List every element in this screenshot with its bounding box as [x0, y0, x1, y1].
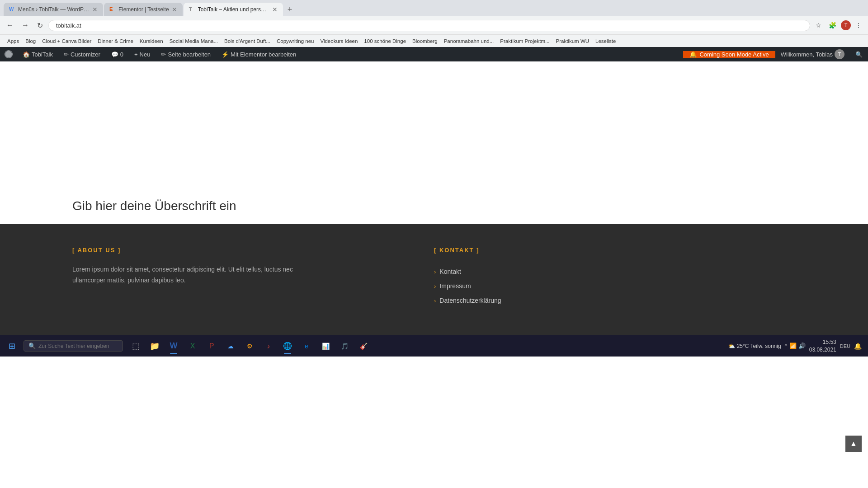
forward-button[interactable]: →	[19, 19, 32, 31]
new-icon: +	[134, 51, 138, 58]
dinner-label: Dinner & Crime	[98, 38, 133, 44]
search-icon: 🔍	[855, 51, 863, 58]
bookmark-social[interactable]: Social Media Mana...	[167, 38, 221, 45]
edge-icon: e	[305, 343, 308, 350]
blog-label: Blog	[25, 38, 36, 44]
profile-button[interactable]: T	[841, 20, 851, 30]
new-label: Neu	[140, 51, 151, 58]
bookmark-praktikum2[interactable]: Praktikum WU	[553, 38, 592, 45]
taskbar-app-app7[interactable]: ♪	[259, 337, 278, 355]
footer-link-impressum[interactable]: Impressum	[439, 282, 471, 290]
footer-nav-item-impressum[interactable]: › Impressum	[434, 279, 796, 293]
taskbar-search-box[interactable]: 🔍	[24, 340, 123, 352]
adminbar-new[interactable]: + Neu	[129, 47, 156, 61]
arrow-icon-datenschutz: ›	[434, 297, 436, 304]
adminbar-edit-page[interactable]: ✏ Seite bearbeiten	[156, 47, 216, 61]
praktikum2-label: Praktikum WU	[556, 38, 589, 44]
file-explorer-icon: 📁	[150, 341, 160, 351]
app10-icon: 🎵	[341, 343, 349, 350]
bookmark-kursideen[interactable]: Kursideen	[137, 38, 166, 45]
footer-nav-item-datenschutz[interactable]: › Datenschutzerklärung	[434, 293, 796, 308]
bookmark-panorama[interactable]: Panoramabahn und...	[441, 38, 497, 45]
browser-chrome: W Menüs › TobiTalk — WordPress ✕ E Eleme…	[0, 0, 868, 47]
tab-1-label: Menüs › TobiTalk — WordPress	[18, 6, 90, 13]
bookmark-cloud[interactable]: Cloud + Canva Bilder	[39, 38, 94, 45]
copywriting-label: Copywriting neu	[277, 38, 314, 44]
volume-icon[interactable]: 🔊	[798, 343, 806, 349]
network-icon[interactable]: 📶	[789, 343, 797, 349]
menu-button[interactable]: ⋮	[853, 20, 864, 31]
footer-about-col: [ ABOUT US ] Lorem ipsum dolor sit amet,…	[72, 247, 434, 308]
site-footer: [ ABOUT US ] Lorem ipsum dolor sit amet,…	[0, 224, 868, 335]
taskbar-app-chrome[interactable]: 🌐	[278, 337, 297, 355]
arrow-icon-kontakt: ›	[434, 268, 436, 275]
tab-3-close[interactable]: ✕	[272, 6, 278, 13]
arrow-icon-impressum: ›	[434, 283, 436, 290]
bookmark-star-button[interactable]: ☆	[813, 20, 824, 31]
taskview-icon: ⬚	[132, 341, 140, 351]
adminbar-comments[interactable]: 💬 0	[106, 47, 129, 61]
edit-page-label: Seite bearbeiten	[168, 51, 211, 58]
tab-1-close[interactable]: ✕	[92, 6, 98, 13]
videokurs-label: Videokurs Ideen	[320, 38, 358, 44]
footer-link-datenschutz[interactable]: Datenschutzerklärung	[439, 297, 501, 304]
windows-logo-icon: ⊞	[9, 341, 15, 351]
taskbar-app-app11[interactable]: 🎸	[354, 337, 373, 355]
taskbar-app-powerpoint[interactable]: P	[203, 337, 221, 355]
coming-soon-icon: 🔔	[689, 51, 697, 58]
taskbar-clock[interactable]: 15:53 03.08.2021	[809, 338, 836, 354]
bookmark-100dinge[interactable]: 100 schöne Dinge	[361, 38, 409, 45]
tab-2-close[interactable]: ✕	[172, 6, 177, 13]
tray-up-icon[interactable]: ^	[785, 343, 788, 349]
taskbar-search-icon: 🔍	[28, 343, 36, 349]
footer-about-text: Lorem ipsum dolor sit amet, consectetur …	[72, 264, 316, 286]
adminbar-search-button[interactable]: 🔍	[850, 51, 868, 58]
new-tab-button[interactable]: +	[284, 3, 296, 16]
word-icon: W	[170, 341, 178, 351]
bookmark-dinner[interactable]: Dinner & Crime	[95, 38, 136, 45]
bookmark-bloomberg[interactable]: Bloomberg	[410, 38, 440, 45]
taskbar-search-input[interactable]	[38, 343, 118, 349]
adminbar-customizer[interactable]: ✏ Customizer	[58, 47, 106, 61]
customizer-label: Customizer	[71, 51, 100, 58]
taskbar-app-app9[interactable]: 📊	[316, 337, 335, 355]
notification-icon[interactable]: 🔔	[854, 343, 862, 350]
bookmark-copywriting[interactable]: Copywriting neu	[274, 38, 316, 45]
start-button[interactable]: ⊞	[2, 336, 22, 356]
language-indicator: DEU	[840, 343, 850, 349]
back-button[interactable]: ←	[4, 19, 16, 31]
taskbar-app-taskview[interactable]: ⬚	[127, 337, 145, 355]
tab-3[interactable]: T TobiTalk – Aktien und persönlich... ✕	[184, 3, 283, 16]
coming-soon-badge[interactable]: 🔔 Coming Soon Mode Active	[683, 51, 775, 58]
bookmarks-bar: Apps Blog Cloud + Canva Bilder Dinner & …	[0, 34, 868, 47]
taskbar-app-edge[interactable]: e	[297, 337, 316, 355]
welcome-label: Willkommen, Tobias	[781, 51, 833, 58]
footer-nav-item-kontakt[interactable]: › Kontakt	[434, 264, 796, 279]
praktikum1-label: Praktikum Projektm...	[500, 38, 549, 44]
taskbar-app-word[interactable]: W	[165, 337, 183, 355]
app11-icon: 🎸	[360, 343, 368, 350]
taskbar-app-app6[interactable]: ⚙	[241, 337, 259, 355]
bookmark-apps[interactable]: Apps	[5, 38, 22, 45]
bookmark-blog[interactable]: Blog	[23, 38, 38, 45]
tab-1-favicon: W	[9, 6, 15, 13]
wp-logo[interactable]	[0, 50, 17, 58]
footer-link-kontakt[interactable]: Kontakt	[439, 268, 461, 275]
taskbar-app-app10[interactable]: 🎵	[335, 337, 354, 355]
bookmark-bois[interactable]: Bois d'Argent Duft...	[222, 38, 273, 45]
welcome-item[interactable]: Willkommen, Tobias T	[775, 49, 850, 59]
tab-2[interactable]: E Elementor | Testseite ✕	[104, 3, 183, 16]
address-bar-input[interactable]	[48, 20, 810, 31]
user-avatar: T	[835, 49, 844, 59]
adminbar-elementor[interactable]: ⚡ Mit Elementor bearbeiten	[216, 47, 302, 61]
extensions-button[interactable]: 🧩	[826, 20, 839, 31]
tab-1[interactable]: W Menüs › TobiTalk — WordPress ✕	[4, 3, 103, 16]
taskbar-app-file-explorer[interactable]: 📁	[146, 337, 164, 355]
adminbar-site-name[interactable]: 🏠 TobiTalk	[17, 47, 58, 61]
bookmark-praktikum1[interactable]: Praktikum Projektm...	[497, 38, 552, 45]
reload-button[interactable]: ↻	[34, 19, 46, 32]
bookmark-leseliste[interactable]: Leseliste	[593, 38, 618, 45]
bookmark-videokurs[interactable]: Videokurs Ideen	[317, 38, 360, 45]
taskbar-app-excel[interactable]: X	[184, 337, 202, 355]
taskbar-app-onedrive[interactable]: ☁	[222, 337, 240, 355]
